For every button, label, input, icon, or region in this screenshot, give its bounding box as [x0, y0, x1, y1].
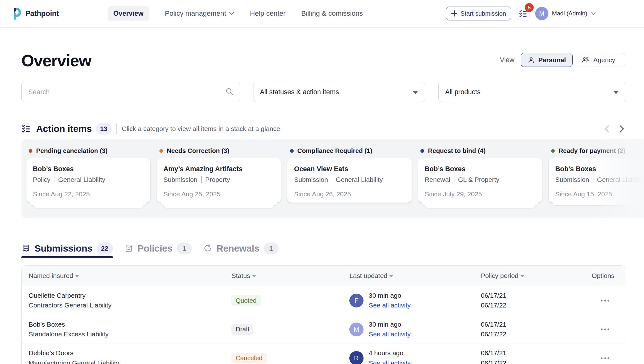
view-toggle: View Personal Agency	[500, 53, 625, 67]
divider	[116, 123, 117, 134]
action-category-pending-cancelation: Pending cancelation (3) Bob’s Boxes Poli…	[26, 139, 150, 208]
caret-down-icon	[613, 91, 619, 94]
ellipsis-icon[interactable]	[601, 357, 609, 359]
action-items-count-badge: 13	[96, 123, 112, 135]
tab-submissions[interactable]: Submissions 22	[21, 242, 113, 258]
divider	[201, 176, 201, 183]
view-personal-button[interactable]: Personal	[521, 53, 573, 67]
action-items-cards: Pending cancelation (3) Bob’s Boxes Poli…	[26, 139, 644, 208]
nav-item-help-center[interactable]: Help center	[250, 9, 286, 18]
status-badge: Quoted	[231, 295, 260, 306]
submissions-icon	[21, 244, 31, 253]
action-card[interactable]: Bob’s Boxes RenewalGL & Property Since J…	[418, 158, 542, 203]
notification-badge: 5	[525, 3, 533, 12]
user-menu[interactable]: M Madi (Admin)	[535, 7, 596, 20]
action-category-needs-correction: Needs Correction (3) Amy’s Amazing Artif…	[157, 139, 281, 208]
renewals-icon	[203, 244, 212, 253]
action-items-icon	[21, 124, 31, 133]
filter-bar: All statuses & action items All products	[21, 82, 626, 102]
see-all-activity-link[interactable]: See all activity	[369, 359, 411, 364]
view-label: View	[500, 56, 514, 64]
chevron-left-icon[interactable]	[603, 124, 612, 133]
card-stack-layer	[425, 205, 535, 208]
view-agency-button[interactable]: Agency	[572, 53, 625, 66]
category-label: Request to bind (4)	[420, 147, 542, 155]
action-items-header: Action items 13 Click a category to view…	[21, 122, 626, 135]
action-category-compliance-required: Compliance Required (1) Ocean View Eats …	[287, 139, 411, 208]
sort-caret-icon	[520, 275, 524, 277]
card-stack-layer	[34, 205, 143, 208]
category-label: Pending cancelation (3)	[29, 147, 150, 155]
divider	[54, 176, 54, 183]
status-filter-select[interactable]: All statuses & action items	[253, 82, 425, 102]
sort-caret-icon	[75, 275, 79, 277]
chevron-down-icon	[591, 12, 596, 15]
action-category-request-to-bind: Request to bind (4) Bob’s Boxes RenewalG…	[418, 139, 542, 208]
table-row[interactable]: Bob’s Boxes Standalone Excess Liability …	[22, 315, 626, 344]
plus-icon	[451, 10, 458, 17]
avatar: R	[349, 351, 363, 364]
column-named-insured[interactable]: Named insured	[22, 272, 225, 280]
top-nav: Pathpoint Overview Policy management Hel…	[0, 0, 644, 28]
category-dot	[29, 149, 32, 153]
chevron-right-icon[interactable]	[617, 124, 626, 133]
column-policy-period[interactable]: Policy period	[474, 272, 585, 280]
chevron-down-icon	[229, 12, 234, 15]
start-submission-button[interactable]: Start submission	[446, 7, 511, 20]
pathpoint-logo-icon	[13, 8, 22, 20]
status-badge: Draft	[231, 324, 253, 334]
page-title: Overview	[21, 51, 91, 70]
people-icon	[582, 57, 590, 63]
submissions-table: Named insured Status Last updated Policy…	[21, 265, 626, 364]
avatar: M	[349, 323, 363, 336]
tasks-button[interactable]: 5	[517, 7, 530, 20]
see-all-activity-link[interactable]: See all activity	[369, 301, 411, 310]
right-fade-overlay	[596, 139, 644, 218]
avatar: F	[349, 294, 363, 307]
table-row[interactable]: Debbie’s Doors Manufacturing General Lia…	[22, 344, 626, 364]
sort-caret-icon	[389, 275, 393, 277]
sort-caret-icon	[252, 275, 256, 277]
tab-count-badge: 22	[97, 242, 113, 254]
divider	[454, 176, 454, 183]
action-card[interactable]: Ocean View Eats SubmissionGeneral Liabil…	[287, 158, 411, 203]
list-tabs: Submissions 22 Policies 1 Renewals	[21, 242, 279, 258]
category-dot	[159, 149, 163, 153]
tab-count-badge: 1	[264, 242, 279, 254]
card-stack-layer	[164, 205, 273, 208]
action-card[interactable]: Bob’s Boxes PolicyGeneral Liability Sinc…	[26, 158, 150, 203]
carousel-pager	[603, 124, 626, 133]
action-items-strip: Pending cancelation (3) Bob’s Boxes Poli…	[21, 139, 644, 218]
search-box	[21, 82, 240, 102]
person-icon	[528, 57, 535, 63]
category-label: Needs Correction (3)	[159, 147, 281, 155]
nav-item-billing-comissions[interactable]: Billing & comissions	[301, 9, 363, 18]
category-dot	[551, 149, 555, 153]
card-stack-layer	[161, 203, 277, 205]
overview-page: Pathpoint Overview Policy management Hel…	[0, 0, 644, 364]
column-options: Options	[585, 272, 628, 280]
status-badge: Canceled	[231, 353, 267, 363]
column-last-updated[interactable]: Last updated	[342, 272, 474, 280]
action-items-title: Action items	[36, 123, 92, 134]
table-row[interactable]: Ouellette Carpentry Contractors General …	[22, 286, 626, 315]
search-input[interactable]	[21, 82, 240, 102]
action-card[interactable]: Amy’s Amazing Artifacts SubmissionProper…	[157, 158, 281, 203]
nav-item-policy-management[interactable]: Policy management	[165, 9, 234, 18]
policies-icon	[124, 244, 133, 253]
category-label: Compliance Required (1)	[290, 147, 412, 155]
column-status[interactable]: Status	[225, 272, 342, 280]
user-name: Madi (Admin)	[552, 10, 587, 17]
nav-item-overview[interactable]: Overview	[108, 6, 149, 22]
category-dot	[290, 149, 294, 153]
category-dot	[420, 149, 424, 153]
tab-policies[interactable]: Policies 1	[124, 242, 192, 258]
ellipsis-icon[interactable]	[601, 329, 609, 330]
see-all-activity-link[interactable]: See all activity	[369, 330, 411, 339]
brand[interactable]: Pathpoint	[13, 8, 108, 20]
tab-renewals[interactable]: Renewals 1	[203, 242, 279, 258]
product-filter-select[interactable]: All products	[438, 82, 626, 102]
ellipsis-icon[interactable]	[601, 300, 609, 301]
brand-name: Pathpoint	[25, 9, 59, 18]
primary-nav: Overview Policy management Help center B…	[108, 6, 363, 22]
